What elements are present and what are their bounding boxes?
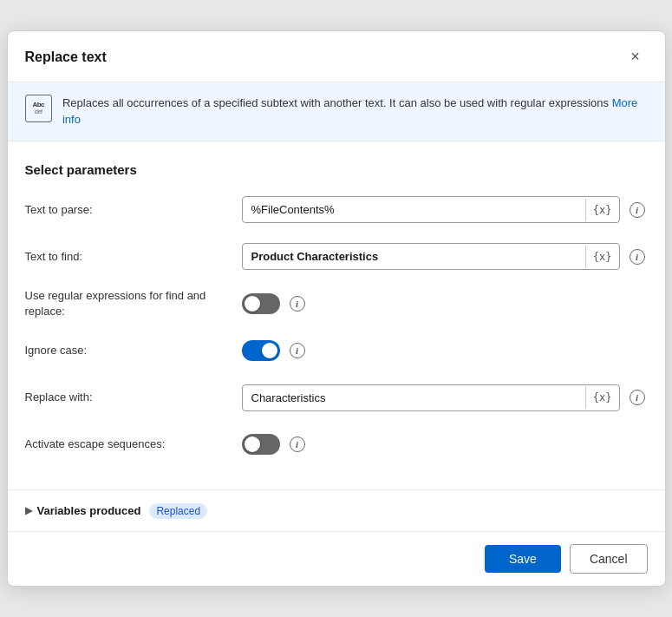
use-regex-toggle[interactable] (242, 293, 280, 314)
variables-section: ▶ Variables produced Replaced (8, 489, 665, 531)
text-to-find-input[interactable] (243, 244, 585, 269)
info-icon: i (630, 390, 645, 405)
text-to-parse-input[interactable] (243, 197, 585, 222)
activate-escape-label: Activate escape sequences: (25, 436, 242, 452)
dialog-body: Select parameters Text to parse: {x} i T… (8, 141, 665, 489)
info-icon: i (290, 296, 305, 312)
activate-escape-info-btn[interactable]: i (287, 434, 308, 455)
toggle-thumb (245, 436, 260, 452)
ignore-case-control: i (242, 340, 648, 361)
activate-escape-control: i (242, 434, 648, 455)
replace-with-row: Replace with: {x} i (25, 382, 648, 413)
info-icon: i (290, 343, 305, 358)
text-to-find-label: Text to find: (25, 249, 242, 265)
variables-row: ▶ Variables produced Replaced (25, 501, 648, 521)
replace-with-input-wrapper: {x} (242, 384, 620, 411)
replace-text-dialog: Replace text × Abc def Replaces all occu… (7, 30, 666, 587)
text-to-parse-row: Text to parse: {x} i (25, 194, 648, 226)
use-regex-info-btn[interactable]: i (287, 293, 308, 314)
close-button[interactable]: × (623, 45, 648, 69)
text-to-parse-label: Text to parse: (25, 202, 242, 218)
replace-with-control: {x} i (242, 384, 648, 411)
section-title: Select parameters (25, 162, 648, 177)
replace-with-var-btn[interactable]: {x} (585, 386, 619, 409)
text-to-find-row: Text to find: {x} i (25, 241, 648, 272)
dialog-header: Replace text × (8, 31, 665, 82)
replace-with-input[interactable] (243, 385, 585, 410)
replace-with-info-btn[interactable]: i (627, 387, 648, 408)
info-icon: i (290, 436, 305, 452)
text-to-parse-input-wrapper: {x} (242, 196, 620, 223)
chevron-right-icon: ▶ (25, 505, 32, 516)
banner-text: Replaces all occurrences of a specified … (62, 95, 648, 128)
info-icon: i (630, 202, 645, 218)
text-to-parse-info-btn[interactable]: i (627, 200, 648, 220)
use-regex-label: Use regular expressions for find and rep… (25, 288, 242, 319)
cancel-button[interactable]: Cancel (570, 544, 648, 574)
ignore-case-row: Ignore case: i (25, 335, 648, 366)
ignore-case-label: Ignore case: (25, 343, 242, 358)
toggle-thumb (262, 343, 277, 358)
text-to-parse-var-btn[interactable]: {x} (585, 199, 619, 221)
use-regex-control: i (242, 293, 648, 314)
text-to-find-info-btn[interactable]: i (627, 246, 648, 267)
text-to-find-input-wrapper: {x} (242, 243, 620, 270)
replaced-badge: Replaced (149, 503, 207, 519)
info-banner: Abc def Replaces all occurrences of a sp… (8, 82, 665, 141)
toggle-thumb (245, 296, 260, 312)
variables-toggle-button[interactable]: ▶ Variables produced (25, 501, 141, 521)
activate-escape-row: Activate escape sequences: i (25, 429, 648, 460)
replace-with-label: Replace with: (25, 390, 242, 405)
ignore-case-toggle[interactable] (242, 340, 280, 361)
text-to-parse-control: {x} i (242, 196, 648, 223)
info-icon: i (630, 249, 645, 265)
dialog-title: Replace text (25, 49, 107, 65)
save-button[interactable]: Save (485, 545, 561, 573)
activate-escape-toggle[interactable] (242, 434, 280, 455)
use-regex-row: Use regular expressions for find and rep… (25, 288, 648, 319)
dialog-footer: Save Cancel (8, 531, 665, 586)
text-to-find-var-btn[interactable]: {x} (585, 246, 619, 268)
ignore-case-info-btn[interactable]: i (287, 340, 308, 361)
variables-label: Variables produced (37, 504, 141, 517)
text-to-find-control: {x} i (242, 243, 648, 270)
abc-icon: Abc def (25, 95, 52, 122)
